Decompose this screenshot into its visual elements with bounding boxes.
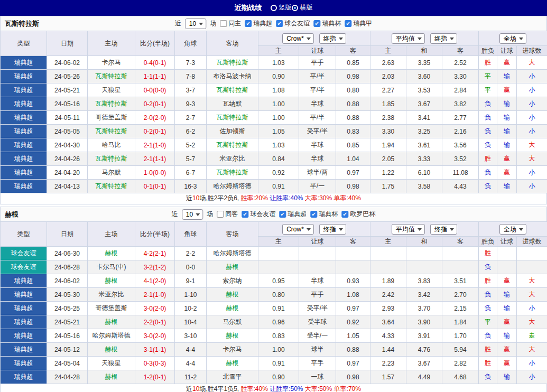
- avg-away: 3.30: [442, 70, 479, 83]
- result-goals: 小: [517, 302, 547, 315]
- summary-segment: 近: [186, 194, 192, 202]
- match-date: 24-06-02: [47, 56, 88, 70]
- type-badge: 球会友谊: [1, 247, 47, 260]
- result-handicap: 输: [497, 138, 517, 152]
- layout-radio-horizontal[interactable]: 横版: [292, 3, 313, 12]
- home-team: 瓦斯特拉斯: [88, 180, 135, 193]
- score: 0-4(0-1): [135, 56, 175, 70]
- corners: 6-2: [175, 125, 207, 138]
- odds-away: 1.05: [336, 329, 370, 343]
- avg-draw: [406, 260, 442, 274]
- sub-column-header-0-0: 主: [258, 237, 299, 247]
- league-checkbox[interactable]: 球会友谊: [242, 210, 275, 219]
- summary-segment: 单率:70%: [332, 385, 361, 392]
- layout-radio-vertical[interactable]: 竖版: [271, 3, 292, 12]
- scope-select[interactable]: 全场: [499, 33, 526, 44]
- score: 0-2(0-1): [135, 125, 175, 138]
- away-team: 瓦纳默: [207, 97, 258, 111]
- table-row: 瑞典超24-05-21天狼星0-0(0-0)3-7瓦斯特拉斯1.08平/半0.8…: [1, 83, 547, 97]
- league-checkbox[interactable]: 瑞典杯: [310, 210, 338, 219]
- league-checkbox[interactable]: 瑞典超: [245, 19, 272, 28]
- checkbox-checked-icon: [245, 20, 252, 27]
- column-header-1: 日期: [47, 31, 88, 56]
- same-venue-checkbox[interactable]: 同主: [220, 19, 241, 28]
- corners: 4-4: [175, 357, 207, 370]
- league-checkbox[interactable]: 球会友谊: [276, 19, 310, 28]
- avg-draw: 3.70: [406, 302, 442, 315]
- odds-away: 0.85: [336, 56, 370, 70]
- bookmaker-select[interactable]: Crow*: [282, 33, 314, 44]
- odds-away: 0.88: [336, 97, 370, 111]
- result-handicap: 赢: [497, 83, 517, 97]
- column-header-4: 角球: [175, 222, 207, 247]
- sub-column-header-0-2: 客: [336, 237, 370, 247]
- type-badge: 瑞典超: [1, 180, 47, 193]
- same-venue-checkbox[interactable]: 同客: [217, 210, 238, 219]
- summary-segment: 场,胜2平2负6,: [199, 194, 240, 202]
- final-odds-select-2[interactable]: 终指: [430, 224, 457, 235]
- away-team: 哈尔姆斯塔德: [207, 180, 258, 193]
- avg-draw: 3.42: [406, 288, 442, 302]
- away-team: 赫根: [207, 329, 258, 343]
- scope-select[interactable]: 全场: [499, 224, 526, 235]
- odds-away: 0.98: [336, 370, 370, 384]
- odds-away: 1.08: [336, 288, 370, 302]
- home-team: 瓦斯特拉斯: [88, 125, 135, 138]
- summary-segment: 10: [192, 385, 199, 392]
- odds-away: 0.98: [336, 180, 370, 193]
- corners: 6-7: [175, 166, 207, 180]
- avg-home: 2.05: [370, 152, 406, 166]
- final-odds-select-2[interactable]: 终指: [430, 33, 457, 44]
- summary-segment: 单率:40%: [332, 194, 361, 202]
- odds-handicap: 平手: [299, 357, 336, 370]
- result-outcome: 负: [479, 329, 497, 343]
- away-team: 瓦斯特拉斯: [207, 138, 258, 152]
- away-team: 佐加顿斯: [207, 125, 258, 138]
- sub-column-header-2-0: 胜负: [479, 46, 497, 56]
- result-handicap: 输: [497, 180, 517, 193]
- odds-home: 0.91: [258, 357, 299, 370]
- average-select[interactable]: 平均值: [392, 224, 425, 235]
- table-row: 瑞典超24-04-26瓦斯特拉斯2-1(1-1)5-7米亚尔比0.84半球1.0…: [1, 152, 547, 166]
- corners: 7-8: [175, 70, 207, 83]
- league-checkbox[interactable]: 欧罗巴杯: [341, 210, 375, 219]
- radio-label-text: 横版: [300, 3, 313, 12]
- odds-away: [336, 260, 370, 274]
- summary-segment: 让胜率:40%: [268, 194, 303, 202]
- corners: 1-10: [175, 288, 207, 302]
- avg-home: 1.57: [370, 370, 406, 384]
- result-goals: 小: [517, 70, 547, 83]
- odds-home: 1.00: [258, 343, 299, 357]
- final-odds-select[interactable]: 终指: [319, 33, 346, 44]
- home-team: 赫根: [88, 247, 135, 260]
- odds-handicap: 半/一: [299, 180, 336, 193]
- recent-count-select[interactable]: 10: [182, 209, 203, 220]
- average-select[interactable]: 平均值: [392, 33, 425, 44]
- table-row: 瑞典超24-05-25哥德堡盖斯3-0(2-0)10-2赫根0.91受平/半0.…: [1, 302, 547, 315]
- home-team: 天狼星: [88, 83, 135, 97]
- odds-away: 0.88: [336, 111, 370, 125]
- summary-segment: 让胜率:50%: [268, 385, 303, 392]
- type-badge: 瑞典超: [1, 70, 47, 83]
- summary-segment: 近: [186, 385, 192, 392]
- league-checkbox[interactable]: 瑞典甲: [345, 19, 372, 28]
- final-odds-select[interactable]: 终指: [319, 224, 346, 235]
- bookmaker-select[interactable]: Crow*: [282, 224, 314, 235]
- corners: 7-3: [175, 56, 207, 70]
- avg-draw: 3.60: [406, 70, 442, 83]
- score: 1-2(0-1): [135, 370, 175, 384]
- table-row: 瑞典超24-04-13瓦斯特拉斯0-1(0-1)16-3哈尔姆斯塔德0.91半/…: [1, 180, 547, 193]
- away-team: 马尔默: [207, 315, 258, 329]
- recent-count-select[interactable]: 10: [185, 18, 206, 29]
- league-label: 瑞典杯: [322, 19, 341, 28]
- table-row: 瑞典超24-05-16哈尔姆斯塔德3-0(2-0)3-10赫根0.83受半/一1…: [1, 329, 547, 343]
- checkbox-checked-icon: [313, 20, 320, 27]
- odds-home: 0.90: [258, 70, 299, 83]
- avg-away: 3.56: [442, 138, 479, 152]
- summary-segment: 10: [192, 194, 199, 202]
- league-checkbox[interactable]: 瑞典杯: [313, 19, 341, 28]
- result-outcome: 胜: [479, 274, 497, 288]
- summary-segment: 大率:30%: [303, 194, 332, 202]
- avg-home: 1.89: [370, 274, 406, 288]
- league-checkbox[interactable]: 瑞典超: [279, 210, 307, 219]
